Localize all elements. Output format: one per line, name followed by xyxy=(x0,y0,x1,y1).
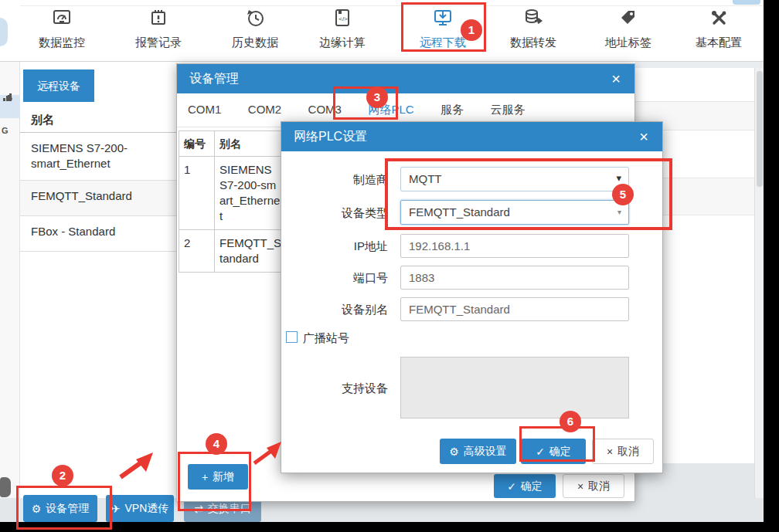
ip-label: IP地址 xyxy=(287,239,388,254)
toolbar-item-edge-computing[interactable]: </> 边缘计算 xyxy=(305,8,379,57)
device-dialog-cancel-button[interactable]: × 取消 xyxy=(563,474,624,498)
remote-download-icon xyxy=(406,8,480,34)
chevron-down-icon: ▾ xyxy=(616,172,621,184)
broadcast-checkbox[interactable] xyxy=(286,331,298,343)
device-dialog-ok-button[interactable]: ✓ 确定 xyxy=(494,474,556,498)
tab-remote-devices[interactable]: 远程设备 xyxy=(23,69,94,102)
toolbar-item-data-forwarding[interactable]: 数据转发 xyxy=(496,8,570,57)
signal-item-selected[interactable]: G xyxy=(0,95,20,118)
scrollbar-track[interactable] xyxy=(754,68,764,502)
vpn-passthrough-button[interactable]: ✈ VPN透传 xyxy=(106,495,174,522)
toolbar-divider xyxy=(20,5,764,6)
tab-cloud-service[interactable]: 云服务 xyxy=(490,103,525,117)
device-manage-button[interactable]: ⚙ 设备管理 xyxy=(23,495,97,522)
device-list-item[interactable]: FEMQTT_Standard xyxy=(20,181,176,216)
data-forward-icon xyxy=(496,8,570,34)
screen-edge-right xyxy=(764,0,779,532)
ip-address-field[interactable]: 192.168.1.1 xyxy=(400,234,629,258)
dialog-title: 设备管理 xyxy=(189,64,239,93)
app-window: 数据监控 报警记录 历史数据 </ xyxy=(0,0,779,532)
manufacturer-label: 制造商 xyxy=(287,173,388,188)
device-list-item[interactable]: FBox - Standard xyxy=(20,216,176,252)
toolbar-item-data-monitor[interactable]: 数据监控 xyxy=(25,8,99,57)
tab-com1[interactable]: COM1 xyxy=(188,103,221,116)
supported-devices-label: 支持设备 xyxy=(287,381,388,396)
left-icon-strip: G G xyxy=(0,62,20,522)
alarm-record-icon xyxy=(121,8,196,34)
advanced-settings-button[interactable]: ⚙ 高级设置 xyxy=(440,439,516,464)
tab-service[interactable]: 服务 xyxy=(441,103,464,117)
port-field[interactable]: 1883 xyxy=(400,266,629,290)
close-icon[interactable]: × xyxy=(607,69,625,88)
tab-com2[interactable]: COM2 xyxy=(248,103,281,116)
toolbar-item-basic-config[interactable]: 基本配置 xyxy=(682,8,756,57)
send-icon: ✈ xyxy=(111,503,121,514)
tab-com3[interactable]: COM3 xyxy=(308,103,342,116)
scrollbar-thumb[interactable] xyxy=(757,71,763,187)
check-icon: ✓ xyxy=(507,481,516,492)
close-icon: × xyxy=(577,481,583,492)
device-type-select[interactable]: FEMQTT_Standard ▾ xyxy=(400,200,629,225)
device-alias-label: 设备别名 xyxy=(287,303,388,317)
supported-devices-area[interactable] xyxy=(400,357,629,418)
gear-icon: ⚙ xyxy=(449,446,459,457)
top-toolbar: 数据监控 报警记录 历史数据 </ xyxy=(0,0,764,62)
remote-device-panel: 远程设备 别名 SIEMENS S7-200-smart_Ethernet FE… xyxy=(20,62,176,498)
history-icon xyxy=(218,8,292,34)
add-new-button[interactable]: + 新增 xyxy=(188,464,248,490)
basic-config-icon xyxy=(682,8,756,34)
close-icon: × xyxy=(607,446,613,457)
toolbar-item-remote-download[interactable]: 远程下载 xyxy=(406,8,480,57)
toolbar-item-history-data[interactable]: 历史数据 xyxy=(218,8,292,57)
device-type-label: 设备类型 xyxy=(287,206,388,221)
toolbar-item-alarm-records[interactable]: 报警记录 xyxy=(121,8,196,57)
left-edge-pill xyxy=(0,18,8,46)
close-icon[interactable]: × xyxy=(634,127,653,146)
signal-g-icon[interactable]: G xyxy=(2,126,9,135)
table-row[interactable]: 1 SIEMENS S7-200-smart_Ethernet xyxy=(179,157,287,230)
dialog-title: 网络PLC设置 xyxy=(294,122,367,151)
gear-icon: ⚙ xyxy=(32,503,42,514)
gauge-icon xyxy=(25,8,99,34)
screen-edge-bottom xyxy=(0,522,779,532)
dialog-header: 网络PLC设置 × xyxy=(281,122,662,151)
plus-icon: + xyxy=(202,472,208,483)
device-alias-field[interactable]: FEMQTT_Standard xyxy=(400,297,629,321)
edge-computing-icon: </> xyxy=(305,8,379,34)
manufacturer-select[interactable]: MQTT ▾ xyxy=(400,167,629,191)
device-list-item[interactable]: SIEMENS S7-200-smart_Ethernet xyxy=(20,133,176,181)
plc-cancel-button[interactable]: × 取消 xyxy=(592,439,654,464)
address-tag-icon xyxy=(591,8,665,34)
swap-icon: ⇄ xyxy=(194,503,203,514)
chevron-down-icon: ▾ xyxy=(617,208,621,216)
col-header-alias: 别名 xyxy=(215,131,287,157)
toolbar-item-address-tags[interactable]: 地址标签 xyxy=(591,8,665,57)
broadcast-label: 广播站号 xyxy=(303,331,349,346)
check-icon: ✓ xyxy=(536,446,545,457)
plc-device-table: 编号 别名 1 SIEMENS S7-200-smart_Ethernet 2 … xyxy=(179,130,287,273)
alias-column-header: 别名 xyxy=(20,107,176,133)
network-plc-settings-dialog: 网络PLC设置 × 制造商 MQTT ▾ 设备类型 FEMQTT_Standar… xyxy=(281,121,663,473)
tool-icon[interactable] xyxy=(0,477,11,497)
plc-ok-button[interactable]: ✓ 确定 xyxy=(521,439,586,464)
table-row xyxy=(635,68,754,102)
col-header-no: 编号 xyxy=(179,131,215,157)
top-right-scroll-stub[interactable] xyxy=(733,0,760,5)
svg-text:</>: </> xyxy=(338,15,348,22)
dialog-header: 设备管理 × xyxy=(177,64,634,93)
port-label: 端口号 xyxy=(287,271,388,286)
tab-network-plc[interactable]: 网络PLC xyxy=(368,103,413,117)
table-row[interactable]: 2 FEMQTT_Standard xyxy=(179,230,287,273)
